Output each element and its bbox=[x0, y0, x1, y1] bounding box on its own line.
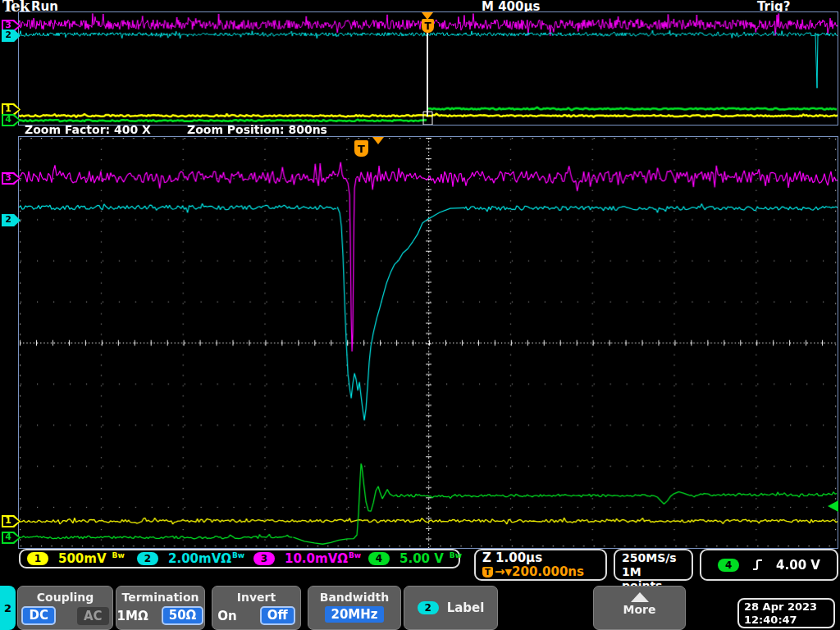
sample-rate-readout: 250MS/s bbox=[622, 551, 685, 565]
trigger-delay-readout: T → ▼ 200.000ns bbox=[482, 565, 599, 579]
channel-4-badge: 4 bbox=[368, 552, 390, 565]
trigger-settings-box[interactable]: 4 4.00 V bbox=[700, 549, 838, 581]
channel-4-scale: 5.00 V bbox=[399, 551, 444, 566]
invert-title: Invert bbox=[237, 591, 276, 604]
trigger-badge-icon[interactable]: T bbox=[354, 140, 368, 157]
channel-2-badge: 2 bbox=[137, 552, 158, 565]
menu-channel-tab[interactable]: 2 bbox=[0, 586, 16, 630]
zoom-waveform-display bbox=[19, 137, 838, 548]
datetime-box: 28 Apr 2023 12:40:47 bbox=[737, 598, 835, 628]
label-channel-badge: 2 bbox=[418, 601, 439, 614]
channel-1-readout[interactable]: 1 500mV Bw bbox=[27, 551, 137, 566]
trigger-level-readout: 4.00 V bbox=[776, 558, 820, 573]
channel-4-readout[interactable]: 4 5.00 V Bw bbox=[368, 551, 462, 566]
channel-3-readout[interactable]: 3 10.0mVΩ Bw bbox=[253, 551, 368, 566]
coupling-title: Coupling bbox=[37, 591, 94, 604]
coupling-ac-option[interactable]: AC bbox=[77, 607, 109, 625]
overview-channel-2-marker[interactable]: 2 bbox=[2, 30, 21, 42]
marker-icon: ▼ bbox=[505, 565, 512, 579]
trigger-badge-icon[interactable]: T bbox=[422, 19, 434, 33]
more-button[interactable]: More bbox=[593, 586, 686, 630]
zoom-timebase-box[interactable]: Z 1.00µs T → ▼ 200.000ns bbox=[474, 549, 607, 581]
label-text: Label bbox=[447, 600, 485, 615]
label-button[interactable]: 2 Label bbox=[404, 586, 498, 630]
bandwidth-button[interactable]: Bandwidth 20MHz bbox=[308, 586, 401, 630]
channel-1-marker[interactable]: 1 bbox=[2, 515, 21, 527]
channel-4-marker[interactable]: 4 bbox=[2, 532, 21, 544]
rising-edge-icon bbox=[752, 558, 763, 572]
invert-on-option[interactable]: On bbox=[217, 609, 236, 623]
zoom-waveform-window bbox=[18, 136, 838, 549]
zoom-scale-readout: Z 1.00µs bbox=[482, 551, 599, 565]
channel-1-scale: 500mV bbox=[58, 551, 107, 566]
trigger-glyph-icon: T bbox=[482, 567, 493, 578]
trigger-level-arrow-icon[interactable] bbox=[828, 500, 838, 512]
invert-off-option[interactable]: Off bbox=[260, 606, 295, 625]
bandwidth-title: Bandwidth bbox=[320, 591, 390, 604]
termination-50ohm-option[interactable]: 50Ω bbox=[162, 606, 204, 625]
zoom-position-icon[interactable] bbox=[372, 137, 384, 144]
bandwidth-value[interactable]: 20MHz bbox=[325, 606, 383, 623]
bandwidth-limit-icon: Bw bbox=[349, 551, 361, 559]
channel-3-scale: 10.0mVΩ bbox=[285, 551, 348, 566]
channel-2-marker[interactable]: 2 bbox=[2, 214, 21, 226]
coupling-dc-option[interactable]: DC bbox=[21, 606, 55, 625]
channel-readouts-bar[interactable]: 1 500mV Bw 2 2.00mVΩ Bw 3 10.0mVΩ Bw 4 5… bbox=[19, 549, 460, 568]
termination-button[interactable]: Termination 1MΩ 50Ω bbox=[116, 586, 205, 630]
arrow-icon: → bbox=[495, 565, 505, 579]
coupling-button[interactable]: Coupling DC AC bbox=[17, 586, 113, 630]
termination-1meg-option[interactable]: 1MΩ bbox=[117, 609, 148, 623]
bandwidth-limit-icon: Bw bbox=[112, 551, 125, 559]
channel-1-badge: 1 bbox=[27, 552, 48, 565]
more-text: More bbox=[623, 603, 656, 616]
channel-3-marker[interactable]: 3 bbox=[2, 172, 21, 185]
termination-title: Termination bbox=[122, 591, 199, 604]
channel-3-badge: 3 bbox=[253, 552, 275, 565]
date-readout: 28 Apr 2023 bbox=[744, 600, 829, 614]
overview-channel-4-marker[interactable]: 4 bbox=[2, 114, 21, 126]
time-readout: 12:40:47 bbox=[744, 614, 829, 627]
bandwidth-limit-icon: Bw bbox=[232, 551, 244, 559]
zoom-position-readout: Zoom Position: 800ns bbox=[187, 123, 327, 136]
trigger-source-badge: 4 bbox=[718, 559, 739, 572]
more-up-icon bbox=[631, 592, 649, 602]
acquisition-box[interactable]: 250MS/s 1M points bbox=[614, 549, 693, 581]
bandwidth-limit-icon: Bw bbox=[450, 551, 462, 559]
channel-2-readout[interactable]: 2 2.00mVΩ Bw bbox=[137, 551, 253, 566]
invert-button[interactable]: Invert On Off bbox=[212, 586, 301, 630]
oscilloscope-screen: Tek Run M 400µs Trig? T 3 2 1 4 Zoom Fac… bbox=[0, 0, 840, 630]
channel-2-scale: 2.00mVΩ bbox=[168, 551, 231, 566]
delay-value: 200.000ns bbox=[512, 565, 584, 579]
zoom-factor-readout: Zoom Factor: 400 X bbox=[25, 123, 151, 136]
